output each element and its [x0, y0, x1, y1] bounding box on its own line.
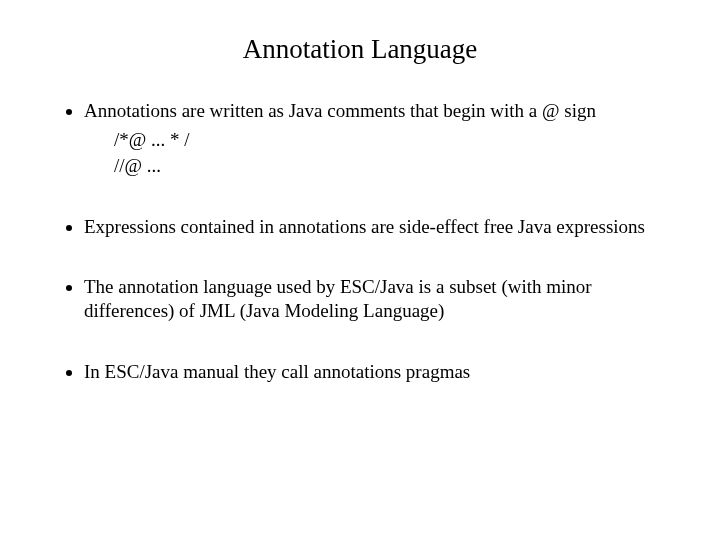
bullet-3-text: The annotation language used by ESC/Java… [84, 276, 592, 321]
bullet-1-sublines: /*@ ... * / //@ ... [84, 127, 670, 178]
bullet-2-text: Expressions contained in annotations are… [84, 216, 645, 237]
bullet-2: Expressions contained in annotations are… [84, 215, 670, 239]
bullet-4-text: In ESC/Java manual they call annotations… [84, 361, 470, 382]
bullet-4: In ESC/Java manual they call annotations… [84, 360, 670, 384]
bullet-3: The annotation language used by ESC/Java… [84, 275, 670, 324]
bullet-1-text: Annotations are written as Java comments… [84, 100, 596, 121]
bullet-list: Annotations are written as Java comments… [50, 99, 670, 384]
bullet-1-code-line-2: //@ ... [114, 153, 670, 179]
bullet-1: Annotations are written as Java comments… [84, 99, 670, 179]
bullet-1-code-line-1: /*@ ... * / [114, 127, 670, 153]
slide: Annotation Language Annotations are writ… [0, 0, 720, 540]
slide-title: Annotation Language [50, 34, 670, 65]
